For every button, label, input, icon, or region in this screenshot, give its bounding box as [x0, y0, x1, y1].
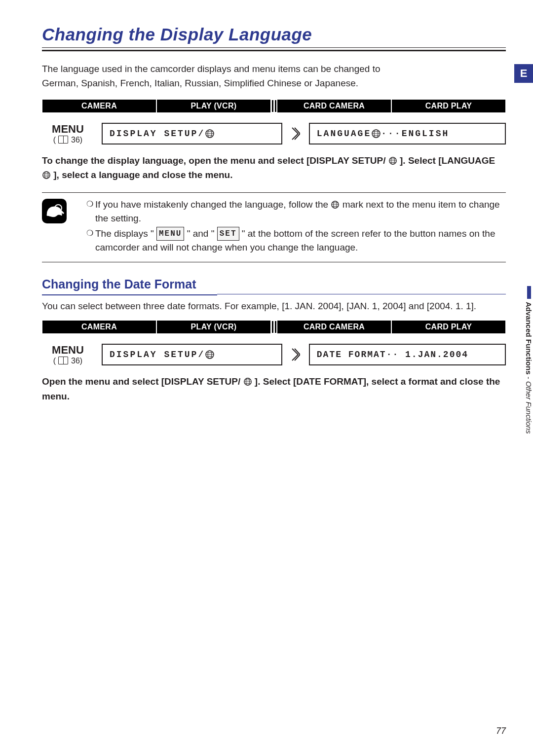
heading-rule [42, 292, 506, 295]
menu-text: DISPLAY SETUP/ [110, 350, 205, 360]
note-icon [42, 199, 67, 223]
language-badge: E [514, 64, 533, 83]
globe-icon [371, 129, 381, 139]
side-bar-icon [527, 286, 531, 299]
mode-separator [271, 320, 277, 334]
side-tab-sep: - [525, 375, 533, 381]
globe-icon [205, 129, 215, 139]
instruction-1: To change the display language, open the… [42, 153, 506, 182]
note-item: The displays " MENU " and " SET " at the… [86, 227, 506, 255]
menu-box-date-format: DATE FORMAT·· 1.JAN.2004 [309, 344, 506, 365]
menu-box-display-setup: DISPLAY SETUP/ [102, 123, 282, 144]
menu-label: MENU ( 36) [42, 123, 94, 144]
text: " and " [187, 228, 217, 239]
menu-box-language: LANGUAGE ···ENGLISH [309, 123, 506, 144]
menu-button-label-icon: MENU [156, 227, 184, 241]
globe-icon [42, 171, 51, 180]
intro-text: The language used in the camcorder displ… [42, 62, 417, 90]
side-tab: Advanced Functions - Other Functions [525, 286, 533, 434]
menu-text: LANGUAGE [317, 129, 371, 139]
side-tab-italic: Other Functions [525, 381, 533, 434]
set-button-label-icon: SET [217, 227, 239, 241]
mode-card-play: CARD PLAY [391, 320, 506, 334]
menu-label: MENU ( 36) [42, 344, 94, 365]
menu-value: ···ENGLISH [381, 129, 449, 139]
menu-page-ref: ( 36) [42, 357, 94, 365]
menu-box-display-setup: DISPLAY SETUP/ [102, 344, 282, 365]
menu-page-num: 36 [71, 357, 80, 365]
menu-path-2: MENU ( 36) DISPLAY SETUP/ DATE FORMAT·· … [42, 344, 506, 365]
arrow-icon [290, 344, 301, 365]
book-icon [58, 357, 68, 364]
globe-icon [205, 350, 215, 360]
mode-separator [271, 99, 277, 113]
note-item: If you have mistakenly changed the langu… [86, 198, 506, 226]
section-heading-date-format: Changing the Date Format [42, 277, 506, 291]
menu-word: MENU [42, 123, 94, 136]
globe-icon [388, 156, 397, 165]
globe-icon [331, 200, 340, 209]
book-icon [58, 136, 68, 144]
menu-page-ref: ( 36) [42, 136, 94, 144]
text: The displays " [95, 228, 156, 239]
mode-card-camera: CARD CAMERA [277, 320, 391, 334]
mode-play-vcr: PLAY (VCR) [156, 320, 271, 334]
side-tab-bold: Advanced Functions [525, 302, 533, 375]
mode-card-camera: CARD CAMERA [277, 99, 391, 113]
notes-box: If you have mistakenly changed the langu… [42, 192, 506, 262]
mode-bar-1: CAMERA PLAY (VCR) CARD CAMERA CARD PLAY [42, 99, 506, 113]
mode-bar-2: CAMERA PLAY (VCR) CARD CAMERA CARD PLAY [42, 320, 506, 334]
text: If you have mistakenly changed the langu… [95, 199, 331, 210]
mode-play-vcr: PLAY (VCR) [156, 99, 271, 113]
text: ], select a language and close the menu. [53, 170, 232, 180]
menu-path-1: MENU ( 36) DISPLAY SETUP/ LANGUAGE ···EN… [42, 123, 506, 144]
text: To change the display language, open the… [42, 155, 385, 166]
globe-icon [243, 377, 252, 386]
title-rule [42, 47, 506, 51]
menu-word: MENU [42, 344, 94, 357]
menu-text: DATE FORMAT·· 1.JAN.2004 [317, 350, 468, 360]
mode-card-play: CARD PLAY [391, 99, 506, 113]
body-text-date-format: You can select between three date format… [42, 299, 506, 314]
menu-page-num: 36 [71, 136, 80, 144]
page-title: Changing the Display Language [42, 25, 506, 44]
mode-camera: CAMERA [42, 320, 156, 334]
mode-camera: CAMERA [42, 99, 156, 113]
instruction-2: Open the menu and select [DISPLAY SETUP/… [42, 374, 506, 403]
menu-text: DISPLAY SETUP/ [110, 129, 205, 139]
page-number: 77 [496, 726, 506, 736]
text: Open the menu and select [DISPLAY SETUP/ [42, 376, 240, 387]
arrow-icon [290, 123, 301, 144]
text: ]. Select [LANGUAGE [400, 155, 495, 166]
